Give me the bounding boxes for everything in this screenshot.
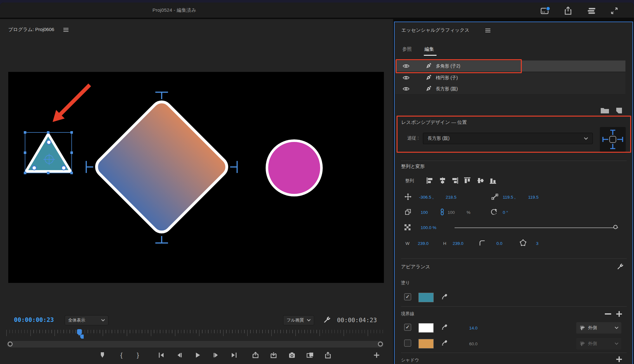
go-to-in-button[interactable] (157, 350, 166, 360)
fill-label: 塗り (401, 280, 410, 286)
opacity-value[interactable]: 100.0 % (421, 225, 437, 230)
pin-to-widget[interactable] (600, 127, 626, 152)
link-scale-icon[interactable] (439, 208, 445, 215)
tab-browse[interactable]: 参照 (402, 46, 412, 52)
corner-radius-value[interactable]: 0.0 (496, 241, 502, 246)
new-layer-icon[interactable] (615, 107, 623, 114)
time-ruler[interactable] (6, 330, 385, 337)
opacity-slider-track[interactable] (455, 227, 618, 228)
quick-export-button[interactable] (562, 6, 574, 16)
section-divider (401, 161, 627, 161)
remove-stroke-minus-icon[interactable] (605, 313, 611, 315)
layer-name: 長方形 (親) (436, 86, 458, 92)
share-export-icon (563, 6, 573, 16)
width-value[interactable]: 239.0 (418, 241, 429, 246)
anchor-point-icon (491, 193, 498, 200)
height-value[interactable]: 239.0 (453, 241, 463, 246)
quality-value: フル画質 (287, 317, 307, 323)
button-editor-button[interactable] (372, 350, 381, 360)
align-top-button[interactable] (463, 176, 471, 185)
stroke1-enabled-checkbox[interactable]: ✓ (404, 324, 411, 331)
current-timecode[interactable]: 00:00:00:23 (14, 316, 54, 323)
circle-shape[interactable] (267, 141, 321, 195)
align-center-horizontal-button[interactable] (438, 176, 447, 185)
transform-section-title: 整列と変形 (401, 163, 425, 169)
follow-label: 追従 : (407, 135, 419, 141)
tab-edit[interactable]: 編集 (424, 46, 434, 52)
new-group-folder-icon[interactable] (600, 107, 610, 114)
zoom-handle-right[interactable] (378, 342, 383, 347)
playback-quality-select[interactable]: フル画質 (283, 315, 314, 325)
position-icon (404, 193, 411, 200)
step-back-icon (175, 351, 184, 359)
fullscreen-button[interactable] (608, 6, 621, 16)
scale-x-value[interactable]: 100 (421, 210, 428, 215)
step-forward-button[interactable] (211, 350, 221, 360)
fill-color-swatch[interactable] (418, 293, 434, 302)
layer-row-rectangle[interactable]: 長方形 (親) (395, 83, 625, 95)
visibility-eye-icon[interactable] (403, 86, 410, 91)
position-x-value[interactable]: -306.5 , (419, 195, 434, 200)
section-divider (401, 306, 627, 307)
pen-icon (425, 86, 431, 92)
anchor-x-value[interactable]: 119.5 , (503, 195, 515, 200)
lift-button[interactable] (251, 350, 260, 360)
diamond-shape[interactable] (93, 98, 231, 236)
stroke2-width-value[interactable]: 60.0 (469, 342, 477, 346)
visibility-eye-icon[interactable] (403, 75, 410, 80)
workspace-switcher-button[interactable] (539, 6, 552, 16)
follow-target-select[interactable]: 長方形 (親) (423, 133, 593, 144)
play-button[interactable] (193, 350, 202, 360)
extract-button[interactable] (269, 350, 278, 360)
anchor-y-value[interactable]: 119.5 (528, 195, 539, 200)
go-to-out-icon (230, 351, 238, 359)
step-back-button[interactable] (175, 350, 184, 360)
stroke2-type-select[interactable]: 外側 (576, 338, 621, 349)
stroke1-type-value: 外側 (588, 325, 615, 331)
add-shadow-plus-icon[interactable] (616, 356, 623, 363)
active-tab-underline (424, 55, 437, 56)
appearance-settings-wrench-icon[interactable] (616, 263, 624, 271)
opacity-slider-handle[interactable] (613, 225, 618, 229)
export-button[interactable] (323, 350, 333, 360)
align-bottom-button[interactable] (489, 176, 497, 185)
eyedropper-icon[interactable] (441, 323, 448, 330)
polygon-points-value[interactable]: 3 (536, 241, 539, 246)
zoom-level-value: 全体表示 (68, 317, 101, 323)
monitor-settings-button[interactable] (323, 316, 331, 324)
mark-out-button[interactable]: } (133, 350, 143, 360)
zoom-level-select[interactable]: 全体表示 (65, 315, 108, 325)
lift-icon (251, 351, 260, 359)
playhead-flag (80, 335, 84, 339)
workspaces-menu-button[interactable] (585, 6, 598, 16)
panel-menu-icon[interactable] (485, 29, 490, 33)
position-y-value[interactable]: 218.5 (446, 195, 456, 200)
rotation-icon (490, 208, 498, 216)
panel-menu-icon[interactable] (63, 28, 68, 32)
section-divider (401, 259, 627, 259)
add-stroke-plus-icon[interactable] (616, 310, 623, 317)
stroke2-color-swatch[interactable] (418, 339, 434, 348)
rotation-value[interactable]: 0 ° (503, 210, 508, 215)
zoom-handle-left[interactable] (8, 342, 13, 347)
video-canvas[interactable] (8, 72, 384, 283)
export-frame-button[interactable] (287, 350, 297, 360)
zoom-scrollbar[interactable] (7, 341, 384, 348)
scale-y-value[interactable]: 100 (448, 210, 455, 215)
stroke1-type-select[interactable]: 外側 (576, 322, 621, 334)
mark-in-button[interactable]: { (117, 350, 126, 360)
align-left-button[interactable] (426, 176, 434, 185)
align-center-vertical-button[interactable] (476, 176, 485, 185)
comparison-view-button[interactable] (305, 350, 315, 360)
align-right-button[interactable] (451, 176, 459, 185)
stroke-outer-icon (579, 341, 585, 347)
layer-row-ellipse[interactable]: 楕円形 (子) (395, 72, 625, 84)
eyedropper-icon[interactable] (441, 293, 448, 300)
stroke1-color-swatch[interactable] (418, 323, 434, 333)
fill-enabled-checkbox[interactable]: ✓ (404, 293, 411, 300)
stroke1-width-value[interactable]: 14.0 (469, 326, 477, 330)
stroke2-enabled-checkbox[interactable] (404, 340, 411, 347)
add-marker-button[interactable] (98, 350, 107, 360)
go-to-out-button[interactable] (229, 350, 239, 360)
eyedropper-icon[interactable] (441, 339, 448, 346)
